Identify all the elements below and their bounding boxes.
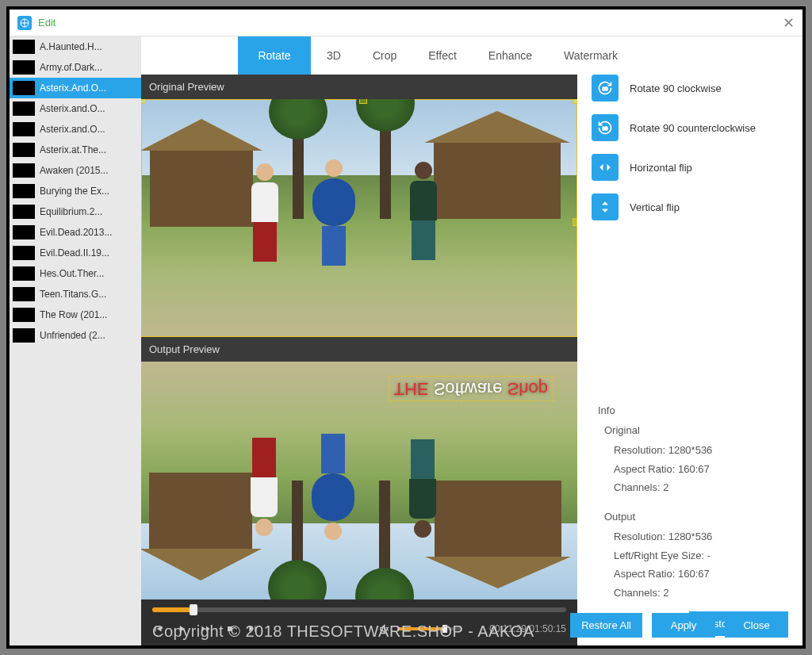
orig-resolution: Resolution: 1280*536 bbox=[614, 441, 788, 459]
main-area: Rotate3DCropEffectEnhanceWatermark Origi… bbox=[141, 36, 802, 645]
sidebar-item[interactable]: Asterix.And.O... bbox=[10, 78, 141, 98]
original-preview-label: Original Preview bbox=[141, 75, 577, 99]
thumbnail bbox=[13, 308, 35, 322]
sidebar-item-label: Unfriended (2... bbox=[40, 330, 105, 341]
hflip-label: Horizontal flip bbox=[630, 162, 692, 174]
restore-all-button[interactable]: Restore All bbox=[570, 613, 642, 638]
edit-window: Edit ✕ A.Haunted.H...Army.of.Dark...Aste… bbox=[6, 6, 806, 649]
vflip-action[interactable]: Vertical flip bbox=[592, 193, 788, 220]
sidebar-item[interactable]: Evil.Dead.II.19... bbox=[10, 243, 141, 263]
sidebar-item[interactable]: Asterix.and.O... bbox=[10, 119, 141, 140]
thumbnail bbox=[13, 122, 35, 136]
volume-slider[interactable] bbox=[397, 627, 461, 630]
rotate-cw-action[interactable]: 90 Rotate 90 clockwise bbox=[592, 75, 788, 102]
player-controls: 00:11:29/01:50:15 bbox=[141, 599, 577, 645]
sidebar-item-label: The Row (201... bbox=[40, 309, 107, 320]
vflip-label: Vertical flip bbox=[630, 201, 680, 213]
tab-crop[interactable]: Crop bbox=[357, 36, 412, 75]
file-sidebar: A.Haunted.H...Army.of.Dark...Asterix.And… bbox=[10, 36, 141, 645]
thumbnail bbox=[13, 246, 35, 260]
sidebar-item-label: Burying the Ex... bbox=[40, 186, 109, 197]
tab-enhance[interactable]: Enhance bbox=[473, 36, 548, 75]
sidebar-item[interactable]: Burying the Ex... bbox=[10, 181, 141, 201]
edit-tabs: Rotate3DCropEffectEnhanceWatermark bbox=[141, 36, 577, 75]
thumbnail bbox=[13, 143, 35, 157]
stop-button[interactable] bbox=[225, 624, 235, 634]
apply-button[interactable]: Apply bbox=[652, 613, 715, 638]
sidebar-item-label: Asterix.and.O... bbox=[40, 124, 105, 135]
right-panel: 90 Rotate 90 clockwise 90 Rotate 90 coun… bbox=[577, 36, 802, 645]
tab-3d[interactable]: 3D bbox=[311, 36, 357, 75]
play-button[interactable] bbox=[176, 623, 187, 634]
info-original-heading: Original bbox=[604, 424, 788, 436]
sidebar-item[interactable]: Unfriended (2... bbox=[10, 325, 141, 346]
original-preview[interactable] bbox=[141, 99, 577, 337]
hflip-action[interactable]: Horizontal flip bbox=[592, 154, 788, 181]
app-icon bbox=[17, 16, 32, 30]
svg-rect-1 bbox=[228, 626, 232, 631]
sidebar-item[interactable]: Hes.Out.Ther... bbox=[10, 263, 141, 284]
sidebar-item[interactable]: Evil.Dead.2013... bbox=[10, 222, 141, 243]
thumbnail bbox=[13, 225, 35, 239]
thumbnail bbox=[13, 287, 35, 301]
sidebar-item-label: Awaken (2015... bbox=[40, 165, 109, 176]
sidebar-item-label: Evil.Dead.2013... bbox=[40, 227, 112, 238]
sidebar-item-label: Asterix.And.O... bbox=[40, 82, 106, 94]
seek-bar[interactable] bbox=[152, 607, 566, 612]
sidebar-item-label: Teen.Titans.G... bbox=[40, 289, 106, 300]
sidebar-item-label: Evil.Dead.II.19... bbox=[40, 247, 109, 259]
thumbnail bbox=[13, 81, 35, 95]
thumbnail bbox=[13, 40, 35, 54]
svg-text:90: 90 bbox=[603, 126, 608, 131]
output-preview-label: Output Preview bbox=[141, 337, 577, 362]
window-title: Edit bbox=[38, 17, 56, 29]
vflip-icon bbox=[592, 193, 619, 220]
forward-button[interactable] bbox=[200, 623, 213, 634]
thumbnail bbox=[13, 102, 35, 116]
titlebar: Edit ✕ bbox=[10, 10, 802, 36]
watermark-overlay[interactable]: THE Software Shop bbox=[389, 376, 553, 401]
time-display: 00:11:29/01:50:15 bbox=[489, 623, 566, 634]
sidebar-item-label: A.Haunted.H... bbox=[40, 41, 102, 52]
rotate-ccw-icon: 90 bbox=[592, 114, 619, 141]
sidebar-item[interactable]: Asterix.and.O... bbox=[10, 98, 141, 119]
thumbnail bbox=[13, 163, 35, 178]
rotate-ccw-action[interactable]: 90 Rotate 90 counterclockwise bbox=[592, 114, 788, 141]
footer-buttons: Restore All Apply Close bbox=[570, 613, 788, 638]
sidebar-item-label: Equilibrium.2... bbox=[40, 206, 102, 217]
rotate-cw-icon: 90 bbox=[592, 75, 619, 102]
sidebar-item-label: Asterix.at.The... bbox=[40, 144, 106, 155]
sidebar-item[interactable]: A.Haunted.H... bbox=[10, 36, 141, 57]
out-channels: Channels: 2 bbox=[614, 584, 788, 602]
center-column: Rotate3DCropEffectEnhanceWatermark Origi… bbox=[141, 36, 577, 645]
close-button[interactable]: Close bbox=[725, 613, 788, 638]
tab-rotate[interactable]: Rotate bbox=[238, 36, 311, 75]
rotate-cw-label: Rotate 90 clockwise bbox=[630, 82, 722, 94]
content: A.Haunted.H...Army.of.Dark...Asterix.And… bbox=[10, 36, 802, 645]
close-icon[interactable]: ✕ bbox=[783, 16, 795, 30]
sidebar-item[interactable]: Awaken (2015... bbox=[10, 160, 141, 181]
info-section: Info Original Resolution: 1280*536 Aspec… bbox=[592, 396, 788, 602]
out-resolution: Resolution: 1280*536 bbox=[614, 527, 788, 546]
thumbnail bbox=[13, 328, 35, 343]
prev-button[interactable] bbox=[152, 623, 163, 634]
thumbnail bbox=[13, 60, 35, 75]
volume-icon[interactable] bbox=[378, 623, 391, 634]
sidebar-item[interactable]: The Row (201... bbox=[10, 305, 141, 325]
output-preview[interactable]: THE Software Shop bbox=[141, 362, 577, 599]
preview-area: Original Preview bbox=[141, 75, 577, 645]
sidebar-item[interactable]: Asterix.at.The... bbox=[10, 140, 141, 160]
sidebar-item[interactable]: Equilibrium.2... bbox=[10, 201, 141, 222]
sidebar-item-label: Hes.Out.Ther... bbox=[40, 268, 104, 279]
rotate-ccw-label: Rotate 90 counterclockwise bbox=[630, 122, 756, 134]
sidebar-item[interactable]: Teen.Titans.G... bbox=[10, 284, 141, 305]
orig-aspect: Aspect Ratio: 160:67 bbox=[614, 460, 788, 478]
thumbnail bbox=[13, 184, 35, 198]
out-eye: Left/Right Eye Size: - bbox=[614, 546, 788, 565]
thumbnail bbox=[13, 205, 35, 219]
thumbnail bbox=[13, 266, 35, 281]
tab-effect[interactable]: Effect bbox=[412, 36, 473, 75]
svg-text:90: 90 bbox=[603, 86, 608, 91]
next-button[interactable] bbox=[247, 623, 259, 634]
sidebar-item[interactable]: Army.of.Dark... bbox=[10, 57, 141, 78]
